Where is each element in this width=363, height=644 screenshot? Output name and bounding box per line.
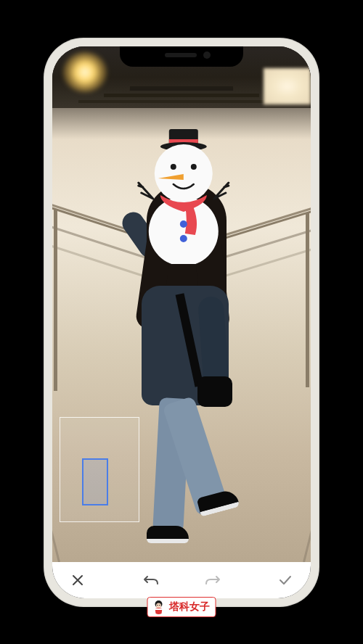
snowman-sticker[interactable] [133,126,234,264]
svg-point-8 [180,235,187,242]
check-icon [279,575,292,585]
cancel-button[interactable] [67,569,89,591]
svg-point-7 [180,220,187,228]
svg-point-3 [155,144,213,202]
redo-button[interactable] [202,569,224,591]
svg-point-12 [159,605,160,606]
photo-background [63,52,107,92]
svg-point-5 [171,164,176,170]
undo-button[interactable] [140,569,162,591]
confirm-button[interactable] [274,569,296,591]
phone-notch [120,46,243,67]
photo-background [264,68,311,104]
clone-source-region[interactable] [60,417,139,522]
watermark-text: 塔科女子 [169,600,210,614]
close-icon [72,574,83,586]
redo-icon [205,574,221,586]
undo-icon [143,574,159,586]
svg-point-6 [191,164,197,170]
svg-point-10 [156,603,161,608]
phone-mockup-frame [44,38,319,607]
photo-editor-canvas[interactable] [52,46,311,562]
editor-toolbar [52,562,311,598]
snowman-icon [133,126,234,264]
phone-screen [52,46,311,598]
clone-target-region[interactable] [82,458,108,505]
svg-point-11 [157,605,158,606]
svg-rect-13 [155,608,163,610]
watermark-badge: 塔科女子 [147,597,216,617]
watermark-avatar-icon [151,599,167,615]
